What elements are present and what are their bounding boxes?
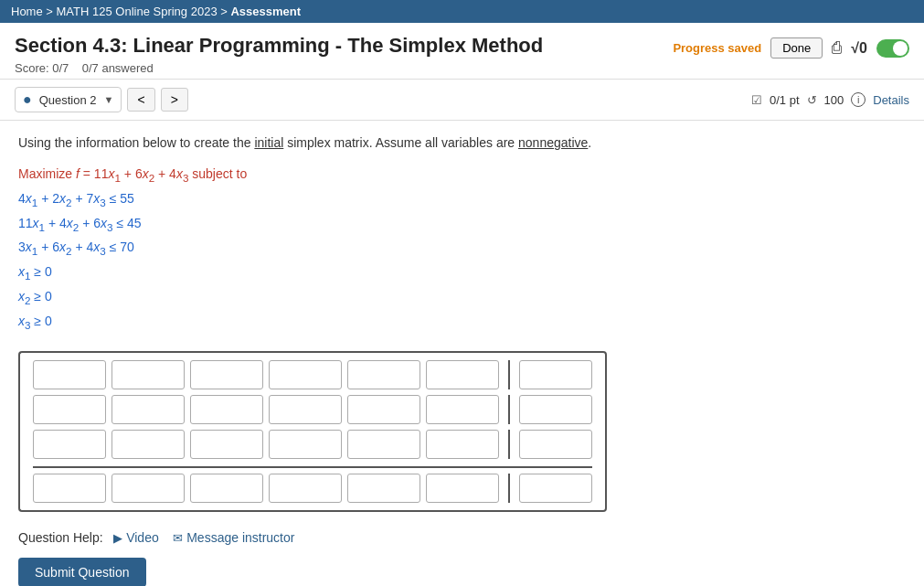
cell-1-2[interactable] bbox=[112, 360, 185, 389]
cell-4-2[interactable] bbox=[112, 474, 185, 503]
bracket-left bbox=[18, 351, 27, 512]
score-label: Score: 0/7 bbox=[15, 61, 69, 75]
next-question-button[interactable]: > bbox=[161, 88, 188, 112]
cell-2-2[interactable] bbox=[112, 395, 185, 424]
matrix-row-4 bbox=[33, 474, 592, 503]
cell-2-6[interactable] bbox=[426, 395, 499, 424]
objective-line: Maximize f = 11x1 + 6x2 + 4x3 subject to bbox=[18, 163, 906, 187]
breadcrumb-bar: Home > MATH 125 Online Spring 2023 > Ass… bbox=[0, 0, 924, 23]
matrix-divider-1 bbox=[508, 360, 510, 389]
instruction-text: Using the information below to create th… bbox=[18, 135, 906, 150]
matrix-wrapper bbox=[18, 351, 906, 512]
checkbox-icon: ☑ bbox=[751, 93, 762, 107]
cell-2-4[interactable] bbox=[269, 395, 342, 424]
cell-1-1[interactable] bbox=[33, 360, 106, 389]
matrix-inner bbox=[27, 351, 598, 512]
progress-saved-label: Progress saved bbox=[673, 41, 761, 55]
cell-1-7[interactable] bbox=[519, 360, 592, 389]
nonneg-1: x1 ≥ 0 bbox=[18, 261, 906, 285]
constraint-3: 3x1 + 6x2 + 4x3 ≤ 70 bbox=[18, 236, 906, 261]
sqrt-icon: √0 bbox=[851, 40, 867, 57]
page-title: Section 4.3: Linear Programming - The Si… bbox=[15, 34, 543, 58]
message-icon: ✉ bbox=[173, 531, 183, 545]
row-separator bbox=[33, 466, 592, 468]
breadcrumb-section: Assessment bbox=[230, 5, 301, 18]
question-label: Question 2 bbox=[39, 93, 97, 107]
breadcrumb-sep1: > bbox=[46, 5, 56, 18]
retry-icon: ↺ bbox=[807, 93, 817, 107]
video-icon: ▶ bbox=[113, 531, 122, 545]
prev-question-button[interactable]: < bbox=[127, 88, 154, 112]
cell-2-1[interactable] bbox=[33, 395, 106, 424]
chevron-down-icon: ▼ bbox=[104, 94, 114, 105]
matrix-row-2 bbox=[33, 395, 592, 424]
breadcrumb-sep2: > bbox=[220, 5, 230, 18]
matrix-row-1 bbox=[33, 360, 592, 389]
nonneg-3: x3 ≥ 0 bbox=[18, 310, 906, 335]
print-icon[interactable]: ⎙ bbox=[832, 38, 842, 58]
question-nav-right: ☑ 0/1 pt ↺ 100 i Details bbox=[751, 92, 909, 107]
retries-label: 100 bbox=[824, 93, 844, 107]
breadcrumb-course[interactable]: MATH 125 Online Spring 2023 bbox=[57, 5, 218, 18]
question-nav-left: ● Question 2 ▼ < > bbox=[15, 87, 188, 112]
cell-3-1[interactable] bbox=[33, 430, 106, 459]
matrix-divider-3 bbox=[508, 430, 510, 459]
cell-4-3[interactable] bbox=[190, 474, 263, 503]
question-dot: ● bbox=[23, 91, 32, 108]
cell-4-6[interactable] bbox=[426, 474, 499, 503]
cell-3-3[interactable] bbox=[190, 430, 263, 459]
header-right: Progress saved Done ⎙ √0 bbox=[673, 34, 909, 59]
done-button[interactable]: Done bbox=[770, 37, 823, 59]
main-content: Using the information below to create th… bbox=[0, 121, 924, 586]
bracket-right bbox=[598, 351, 607, 512]
cell-4-1[interactable] bbox=[33, 474, 106, 503]
cell-3-4[interactable] bbox=[269, 430, 342, 459]
matrix-divider-4 bbox=[508, 474, 510, 503]
question-nav-bar: ● Question 2 ▼ < > ☑ 0/1 pt ↺ 100 i Deta… bbox=[0, 80, 924, 121]
cell-3-7[interactable] bbox=[519, 430, 592, 459]
toggle-switch[interactable] bbox=[876, 39, 909, 58]
cell-3-2[interactable] bbox=[112, 430, 185, 459]
cell-1-5[interactable] bbox=[347, 360, 420, 389]
matrix-divider-2 bbox=[508, 395, 510, 424]
cell-2-7[interactable] bbox=[519, 395, 592, 424]
info-icon[interactable]: i bbox=[851, 92, 866, 107]
header-section: Section 4.3: Linear Programming - The Si… bbox=[0, 23, 924, 80]
breadcrumb-home[interactable]: Home bbox=[11, 5, 43, 18]
cell-3-6[interactable] bbox=[426, 430, 499, 459]
cell-4-5[interactable] bbox=[347, 474, 420, 503]
cell-1-4[interactable] bbox=[269, 360, 342, 389]
cell-2-5[interactable] bbox=[347, 395, 420, 424]
matrix-row-3 bbox=[33, 430, 592, 459]
answered-label: 0/7 answered bbox=[82, 61, 154, 75]
question-help-label: Question Help: bbox=[18, 530, 103, 545]
cell-4-4[interactable] bbox=[269, 474, 342, 503]
question-help-section: Question Help: ▶ Video ✉ Message instruc… bbox=[18, 530, 906, 545]
cell-2-3[interactable] bbox=[190, 395, 263, 424]
question-selector[interactable]: ● Question 2 ▼ bbox=[15, 87, 122, 112]
cell-1-6[interactable] bbox=[426, 360, 499, 389]
cell-1-3[interactable] bbox=[190, 360, 263, 389]
math-problem: Maximize f = 11x1 + 6x2 + 4x3 subject to… bbox=[18, 163, 906, 335]
message-instructor-link[interactable]: Message instructor bbox=[186, 530, 294, 545]
header-left: Section 4.3: Linear Programming - The Si… bbox=[15, 34, 543, 75]
cell-3-5[interactable] bbox=[347, 430, 420, 459]
score-info: Score: 0/7 0/7 answered bbox=[15, 61, 543, 75]
constraint-1: 4x1 + 2x2 + 7x3 ≤ 55 bbox=[18, 187, 906, 212]
details-link[interactable]: Details bbox=[873, 93, 909, 107]
submit-question-button[interactable]: Submit Question bbox=[18, 558, 146, 586]
points-badge: 0/1 pt bbox=[770, 93, 800, 107]
cell-4-7[interactable] bbox=[519, 474, 592, 503]
constraint-2: 11x1 + 4x2 + 6x3 ≤ 45 bbox=[18, 212, 906, 237]
video-link[interactable]: Video bbox=[126, 530, 159, 545]
nonneg-2: x2 ≥ 0 bbox=[18, 285, 906, 310]
